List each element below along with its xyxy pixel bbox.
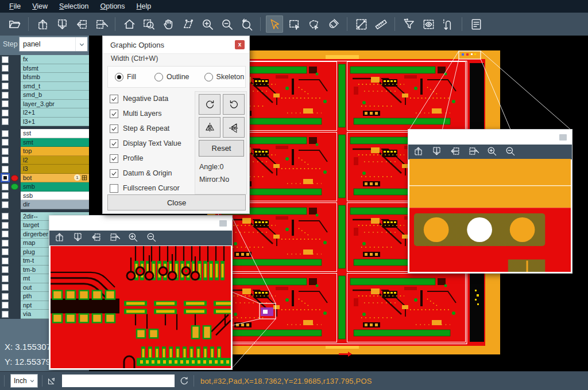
- layer-label-bar[interactable]: smd_b: [21, 91, 89, 100]
- radio-circle-icon[interactable]: [115, 73, 123, 81]
- view-right-button[interactable]: [468, 146, 479, 159]
- layer-row-l2+1[interactable]: l2+1: [0, 108, 89, 118]
- view-up-button[interactable]: [54, 232, 65, 245]
- layer-label-bar[interactable]: sst: [21, 129, 89, 138]
- window-button-icon[interactable]: [219, 220, 227, 227]
- layer-checkbox[interactable]: [2, 110, 9, 116]
- route-mark-button[interactable]: [179, 15, 196, 33]
- layer-checkbox[interactable]: [2, 284, 9, 291]
- report-button[interactable]: [467, 15, 485, 33]
- layer-row-smt[interactable]: smt: [0, 138, 89, 147]
- layer-label-bar[interactable]: bfsmb: [21, 73, 89, 82]
- layer-label-bar[interactable]: l2: [21, 156, 89, 165]
- layer-label-bar[interactable]: smb: [21, 182, 89, 192]
- step-select[interactable]: panel: [19, 37, 88, 52]
- layer-checkbox[interactable]: [2, 92, 9, 99]
- view-left-button[interactable]: [73, 15, 90, 33]
- layer-checkbox[interactable]: [2, 65, 9, 72]
- layer-label-bar[interactable]: l3+1: [21, 118, 89, 127]
- layer-checkbox[interactable]: [2, 56, 9, 63]
- checkbox-icon[interactable]: [110, 110, 118, 118]
- layer-label-bar[interactable]: top: [21, 147, 89, 156]
- layer-row-fx[interactable]: fx: [0, 55, 89, 64]
- layer-checkbox[interactable]: [2, 83, 9, 89]
- view-up-button[interactable]: [413, 146, 424, 159]
- layer-checkbox[interactable]: [2, 192, 9, 199]
- checkbox-icon[interactable]: [110, 169, 118, 178]
- layer-checkbox[interactable]: [2, 248, 9, 255]
- checkbox-icon[interactable]: [110, 184, 118, 193]
- layer-checkbox[interactable]: [2, 311, 9, 318]
- dialog-title-bar[interactable]: Graphic Options x: [103, 36, 249, 54]
- layer-checkbox[interactable]: [2, 258, 9, 264]
- layer-row-dir[interactable]: dir: [0, 200, 89, 209]
- layer-checkbox[interactable]: [2, 118, 9, 125]
- view-right-button[interactable]: [109, 232, 120, 245]
- layer-row-bot[interactable]: bot1: [0, 174, 89, 183]
- close-button[interactable]: Close: [107, 194, 246, 210]
- view-down-button[interactable]: [53, 15, 71, 33]
- zoom-previous-button[interactable]: [238, 15, 255, 33]
- view-box-button[interactable]: [420, 15, 437, 33]
- radio-outline[interactable]: Outline: [154, 73, 189, 81]
- magnifier-view[interactable]: [51, 246, 231, 368]
- close-icon[interactable]: x: [235, 40, 245, 49]
- zoom-in-button[interactable]: [127, 232, 138, 245]
- layer-label-bar[interactable]: bot1: [21, 174, 89, 183]
- layer-checkbox[interactable]: [2, 231, 9, 237]
- checkbox-step-repeat[interactable]: Step & Repeat: [110, 121, 181, 136]
- checkbox-negative-data[interactable]: Negative Data: [110, 91, 181, 106]
- radio-skeleton[interactable]: Skeleton: [204, 73, 245, 81]
- layer-checkbox[interactable]: [2, 201, 9, 208]
- layer-label-bar[interactable]: layer_3.gbr: [21, 100, 89, 109]
- zoom-in-button[interactable]: [486, 146, 497, 159]
- menu-help[interactable]: Help: [131, 1, 157, 11]
- zoom-in-button[interactable]: [199, 15, 216, 33]
- magnifier-title-bar[interactable]: [408, 130, 572, 145]
- zoom-out-button[interactable]: [505, 146, 516, 159]
- layer-label-bar[interactable]: fx: [21, 55, 89, 64]
- command-input[interactable]: [62, 375, 175, 387]
- layer-row-bfsmt[interactable]: bfsmt: [0, 64, 89, 73]
- select-rectangle-button[interactable]: [285, 15, 303, 33]
- checkbox-multi-layers[interactable]: Multi Layers: [110, 106, 181, 121]
- checkbox-icon[interactable]: [110, 95, 118, 103]
- checkbox-profile[interactable]: Profile: [110, 151, 181, 166]
- measure-ruler-button[interactable]: [372, 15, 389, 33]
- zoom-window-button[interactable]: [140, 15, 157, 33]
- view-down-button[interactable]: [72, 232, 83, 245]
- layer-checkbox[interactable]: [2, 148, 9, 155]
- layer-checkbox[interactable]: [2, 130, 9, 137]
- layer-checkbox[interactable]: [2, 213, 9, 220]
- history-icon[interactable]: [179, 376, 189, 386]
- layer-row-smd_t[interactable]: smd_t: [0, 82, 89, 91]
- layer-label-bar[interactable]: smt: [21, 138, 89, 147]
- pan-hand-button[interactable]: [160, 15, 177, 33]
- layer-row-ssb[interactable]: ssb: [0, 192, 89, 201]
- layer-row-top[interactable]: top: [0, 147, 89, 156]
- layer-label-bar[interactable]: l3: [21, 165, 89, 174]
- layer-row-l3+1[interactable]: l3+1: [0, 118, 89, 127]
- layer-row-l3[interactable]: l3: [0, 165, 89, 174]
- view-up-button[interactable]: [34, 15, 51, 33]
- layer-checkbox[interactable]: [2, 139, 9, 146]
- u-turn-button[interactable]: [439, 15, 457, 33]
- layer-label-bar[interactable]: bfsmt: [21, 64, 89, 73]
- view-down-button[interactable]: [431, 146, 442, 159]
- menu-selection[interactable]: Selection: [53, 1, 94, 11]
- rotate-cw-button[interactable]: [199, 94, 220, 115]
- radio-circle-icon[interactable]: [154, 73, 163, 81]
- flip-vertical-button[interactable]: [223, 117, 245, 138]
- menu-options[interactable]: Options: [94, 1, 130, 11]
- corner-angle-icon[interactable]: [47, 376, 56, 386]
- layer-label-bar[interactable]: ssb: [21, 192, 89, 201]
- layer-checkbox[interactable]: [2, 184, 9, 190]
- magnifier-title-bar[interactable]: [49, 216, 232, 231]
- select-cursor-button[interactable]: [266, 15, 283, 33]
- rotate-ccw-button[interactable]: [223, 94, 245, 115]
- layer-checkbox[interactable]: [2, 157, 9, 163]
- layer-label-bar[interactable]: dir: [21, 200, 89, 209]
- layer-checkbox[interactable]: [2, 174, 9, 181]
- layer-row-bfsmb[interactable]: bfsmb: [0, 73, 89, 82]
- menu-view[interactable]: View: [26, 1, 53, 11]
